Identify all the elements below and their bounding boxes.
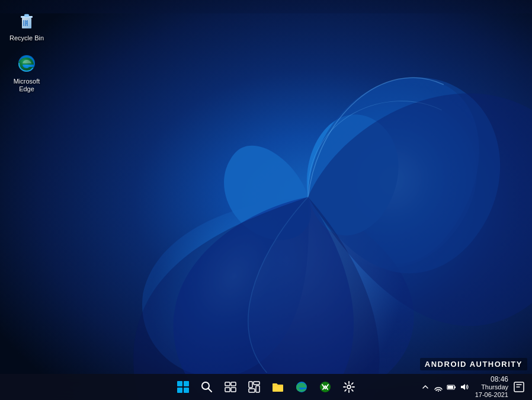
svg-rect-8: [184, 388, 189, 393]
svg-rect-6: [184, 381, 189, 386]
edge-icon[interactable]: Microsoft Edge: [6, 49, 47, 95]
svg-rect-18: [256, 386, 259, 392]
system-tray: [419, 381, 470, 393]
svg-rect-17: [249, 389, 255, 392]
edge-label: Microsoft Edge: [8, 78, 45, 93]
desktop-icons: Recycle Bin: [6, 6, 47, 96]
svg-rect-7: [177, 388, 182, 393]
svg-point-21: [347, 385, 351, 389]
svg-point-20: [320, 382, 331, 392]
svg-rect-12: [231, 382, 236, 386]
tray-network-icon[interactable]: [432, 381, 444, 393]
edge-taskbar-button[interactable]: [291, 376, 312, 398]
watermark-brand: ANDROID AUTHORITY: [425, 360, 523, 369]
clock-time: 08:46: [491, 375, 508, 383]
tray-chevron-up[interactable]: [419, 381, 431, 393]
widgets-button[interactable]: [243, 376, 265, 398]
tray-speaker-icon[interactable]: [459, 381, 470, 393]
svg-rect-3: [24, 14, 29, 17]
svg-line-10: [209, 389, 212, 392]
svg-rect-14: [231, 388, 236, 392]
svg-rect-25: [448, 386, 453, 389]
clock-date: 17-06-2021: [475, 391, 508, 399]
svg-rect-24: [454, 386, 456, 388]
recycle-bin-label: Recycle Bin: [9, 34, 44, 42]
search-button[interactable]: [196, 376, 217, 398]
start-button[interactable]: [172, 376, 194, 398]
clock-day: Thursday: [481, 383, 508, 391]
taskbar-center: [172, 376, 360, 398]
file-explorer-button[interactable]: [267, 376, 289, 398]
edge-image: [15, 52, 39, 75]
svg-rect-11: [225, 382, 230, 386]
settings-button[interactable]: [338, 376, 360, 398]
taskbar: 08:46 Thursday 17-06-2021: [0, 374, 532, 400]
svg-rect-15: [249, 382, 252, 388]
svg-rect-13: [225, 388, 230, 392]
svg-rect-5: [177, 381, 182, 386]
recycle-bin-image: [15, 8, 39, 32]
taskbar-right: 08:46 Thursday 17-06-2021: [419, 374, 532, 400]
task-view-button[interactable]: [220, 376, 241, 398]
watermark: ANDROID AUTHORITY: [420, 358, 527, 370]
watermark-line1: ANDROID: [425, 360, 467, 369]
xbox-button[interactable]: [315, 376, 336, 398]
desktop: Recycle Bin: [0, 0, 532, 400]
wallpaper: [0, 0, 532, 400]
tray-battery-icon[interactable]: [446, 381, 457, 393]
notification-center-button[interactable]: [511, 379, 527, 395]
recycle-bin-icon[interactable]: Recycle Bin: [6, 6, 47, 44]
datetime-block[interactable]: 08:46 Thursday 17-06-2021: [475, 375, 508, 399]
watermark-line2: AUTHORITY: [470, 360, 523, 369]
svg-point-22: [438, 391, 439, 392]
svg-rect-16: [254, 382, 259, 385]
